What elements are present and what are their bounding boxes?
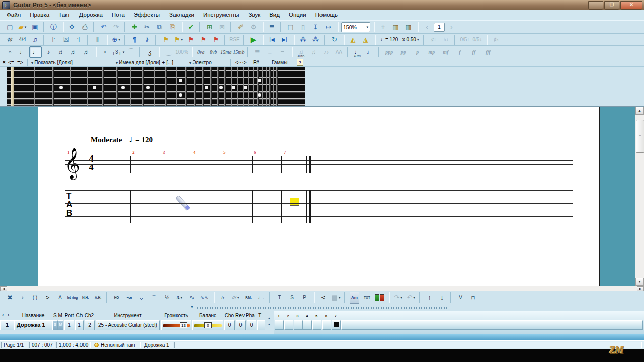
add-bookmark-button[interactable]: ⚑ [160, 35, 172, 45]
dynamic-ff-button[interactable]: ff [467, 47, 480, 57]
fretboard-names-select[interactable]: Имена для [Доли] + [...] [116, 59, 173, 67]
last-measure-button[interactable]: ▶| [279, 35, 290, 45]
staccato-button[interactable]: ♩. [255, 292, 267, 303]
thirty-second-note-button[interactable]: ♬ [68, 47, 79, 57]
time-signature-button[interactable]: 4/4 [17, 35, 28, 45]
percussion-toggle-button[interactable]: ▥ [390, 22, 401, 32]
splitter-handle[interactable] [197, 307, 448, 309]
menu-item-markers[interactable]: Закладки [165, 10, 199, 20]
timeline-cell-7[interactable] [332, 320, 341, 330]
page-setup-button[interactable]: ✥ [66, 22, 78, 32]
channel2-cell[interactable]: 2 [85, 320, 95, 330]
vertical-scroll-thumb[interactable]: ≡ [636, 120, 644, 153]
bend-release-button[interactable]: ⌒ [148, 292, 160, 303]
menu-item-track[interactable]: Дорожка [74, 10, 107, 20]
splitter-collapse-icon[interactable]: ▼ [190, 305, 194, 309]
menu-item-file[interactable]: Файл [2, 10, 25, 20]
dynamic-pp-button[interactable]: pp [397, 47, 410, 57]
natural-harmonic-button[interactable]: N.H. [79, 292, 91, 303]
mixer-prev-button[interactable]: ‹ [2, 312, 4, 318]
half-note-button[interactable]: ♩ [17, 47, 28, 57]
tremolo-cell[interactable] [257, 320, 265, 330]
track-number-cell[interactable]: 1 [0, 320, 14, 330]
paste-button[interactable]: ⎘ [167, 22, 178, 32]
ottava-8vb-button[interactable]: 8vb [208, 47, 219, 57]
half-bend-button[interactable]: ½ [161, 292, 173, 303]
lock-button[interactable]: ⚷ [141, 35, 153, 45]
sixteenth-note-button[interactable]: ♬ [55, 47, 67, 57]
metronome-button[interactable]: ◭ [347, 35, 359, 45]
tempo-display[interactable]: ♩= 120 x 0.50▾ [378, 35, 421, 45]
text-button[interactable]: TXT [361, 292, 373, 303]
repeat-measure-button[interactable]: ☒ [60, 35, 72, 45]
timeline-cell-1[interactable] [275, 320, 284, 330]
zoom-select[interactable]: 150%▾ [341, 22, 370, 32]
fretboard-scales-button[interactable]: Гаммы [272, 59, 287, 66]
fretboard-type-select[interactable]: Электро [189, 59, 212, 67]
stem-auto-button[interactable]: ♩AUTO [352, 47, 363, 57]
open-file-button[interactable]: ▰▾ [17, 22, 28, 32]
downstroke-button[interactable]: ⊓ [467, 292, 479, 303]
stem-manual-button[interactable]: ♩ [364, 47, 376, 57]
fretboard-range-button[interactable]: <···> [235, 59, 247, 66]
maximize-button[interactable]: ❐ [604, 1, 619, 10]
tapping-button[interactable]: T [274, 292, 285, 303]
goto-bookmark-button[interactable]: ⚑ [198, 35, 209, 45]
play-button[interactable]: ▶ [248, 35, 259, 45]
bend-button[interactable]: ↝ [123, 292, 135, 303]
track-name-cell[interactable]: Дорожка 1 [14, 320, 52, 330]
ghost-note-button[interactable]: ( ) [29, 292, 41, 303]
quarter-note-button[interactable]: ♩ [29, 46, 42, 58]
instrument-cell[interactable]: 25 - Acoustic Guitar (steel) [96, 320, 160, 330]
add-track-button[interactable]: ⊞ [204, 22, 215, 32]
cut-button[interactable]: ✂ [141, 22, 153, 32]
score-page[interactable]: Moderate♩= 120 𝄞 4 4 T A B 1234567 [38, 107, 600, 286]
page-mode-button[interactable]: ▤ [285, 22, 296, 32]
timeline-cell-2[interactable] [284, 320, 293, 330]
horizontal-scrollbar[interactable]: ◀ ▶ [0, 286, 644, 291]
grace-note-button[interactable]: ♪ [17, 292, 28, 303]
fretboard-close-button[interactable]: ✕ [2, 59, 6, 66]
popping-button[interactable]: P [299, 292, 310, 303]
accent-button[interactable]: > [42, 292, 53, 303]
heavy-accent-button[interactable]: Λ [54, 292, 66, 303]
repeat-close-button[interactable]: :| [73, 35, 85, 45]
fade-in-button[interactable]: < [317, 292, 329, 303]
strum-down-button[interactable]: ↓ [436, 292, 448, 303]
mixer-next-button[interactable]: › [8, 312, 9, 318]
help-icon[interactable]: ? [297, 59, 303, 66]
mute-button[interactable]: M [58, 320, 63, 330]
double-bar-button[interactable]: ‖ [92, 35, 103, 45]
menu-item-effects[interactable]: Эффекты [129, 10, 165, 20]
multitrack-view-button[interactable]: ≣ [266, 22, 278, 32]
menu-item-edit[interactable]: Правка [25, 10, 54, 20]
menu-item-view[interactable]: Вид [265, 10, 284, 20]
menu-item-note[interactable]: Нота [107, 10, 129, 20]
mix-table-button[interactable] [374, 292, 385, 303]
ottava-15ma-button[interactable]: 15ma [220, 47, 232, 57]
dynamic-f-button[interactable]: f [453, 47, 466, 57]
whole-note-button[interactable]: ○ [4, 47, 16, 57]
fretboard-show-select[interactable]: Показать [Долю] [31, 59, 73, 67]
volume-slider[interactable]: 13 [161, 320, 191, 330]
timeline-cell-5[interactable] [312, 320, 321, 330]
loop-button[interactable]: ↻ [329, 35, 340, 45]
key-signature-button[interactable]: ♯♯ [4, 35, 16, 45]
play-options-button[interactable]: ⁂ [297, 35, 309, 45]
vertical-scrollbar[interactable]: ▲ ≡ ▼ [635, 107, 644, 286]
tuplet-button[interactable]: ♫ [29, 35, 41, 45]
rest-button[interactable]: ʒ [144, 47, 155, 57]
count-in-button[interactable]: ◮ [360, 35, 371, 45]
menu-item-sound[interactable]: Звук [244, 10, 265, 20]
scroll-down-button[interactable]: ▼ [635, 278, 644, 286]
play-all-tracks-button[interactable]: ⁂ [310, 35, 321, 45]
reverb-cell[interactable]: 0 [236, 320, 246, 330]
timeline-cell-4[interactable] [303, 320, 312, 330]
panel-splitter[interactable]: ▼ [0, 304, 644, 311]
fretboard[interactable] [7, 67, 305, 106]
eighth-note-button[interactable]: ♪ [43, 47, 54, 57]
fretboard-key-label[interactable]: F# [253, 59, 259, 66]
bookmark-list-button[interactable]: ⚑▾ [173, 35, 184, 45]
dynamic-mf-button[interactable]: mf [439, 47, 452, 57]
ottava-8va-button[interactable]: 8va [195, 47, 207, 57]
